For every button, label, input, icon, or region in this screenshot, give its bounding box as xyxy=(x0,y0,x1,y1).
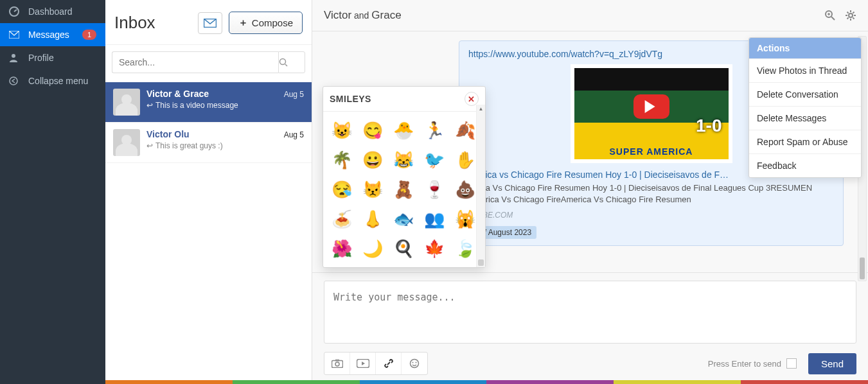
attach-link-button[interactable] xyxy=(376,353,402,374)
collapse-icon xyxy=(9,76,21,85)
smiley-cell[interactable]: 😋 xyxy=(360,118,385,143)
smiley-cell[interactable]: 👥 xyxy=(422,207,447,231)
video-banner: SUPER AMERICA xyxy=(574,144,729,159)
svg-rect-8 xyxy=(332,361,342,368)
svg-point-14 xyxy=(416,362,417,363)
envelope-icon xyxy=(9,31,21,39)
smiley-cell[interactable]: 😀 xyxy=(360,148,385,172)
svg-rect-10 xyxy=(335,360,339,362)
composer: Press Enter to send Send xyxy=(312,272,868,384)
sidebar-item-profile[interactable]: Profile xyxy=(0,46,105,69)
smileys-title: SMILEYS xyxy=(330,94,371,104)
smiley-cell[interactable]: 🙀 xyxy=(453,207,477,231)
inbox-header: Inbox ＋ Compose xyxy=(105,0,312,45)
smiley-cell[interactable]: 🍷 xyxy=(422,177,447,202)
smiley-cell[interactable]: 😾 xyxy=(360,177,385,202)
svg-point-9 xyxy=(335,362,339,366)
smiley-cell[interactable]: 🌴 xyxy=(330,148,354,172)
smiley-cell[interactable]: 🌺 xyxy=(330,236,354,261)
smiley-cell[interactable]: 🍃 xyxy=(453,236,477,261)
message-input[interactable] xyxy=(324,281,856,344)
compose-button[interactable]: ＋ Compose xyxy=(229,12,303,34)
conversation-date: Aug 5 xyxy=(284,90,304,99)
sidebar-item-collapse[interactable]: Collapse menu xyxy=(0,69,105,92)
actions-menu: Actions View Photos in Thread Delete Con… xyxy=(748,37,862,178)
smileys-close-button[interactable]: ✕ xyxy=(465,92,479,106)
conversation-item[interactable]: Victor & Grace Aug 5 ↩This is a video me… xyxy=(105,82,312,123)
video-source: JTUBE.COM xyxy=(468,211,834,220)
smiley-cell[interactable]: 💩 xyxy=(453,177,477,202)
close-icon: ✕ xyxy=(468,94,475,104)
attach-toolbar xyxy=(324,352,428,375)
action-delete-messages[interactable]: Delete Messages xyxy=(749,106,861,130)
user-icon xyxy=(9,53,21,62)
avatar xyxy=(113,89,140,116)
svg-point-5 xyxy=(280,59,286,65)
press-enter-checkbox[interactable] xyxy=(786,358,797,369)
reply-icon: ↩ xyxy=(146,141,153,150)
action-view-photos[interactable]: View Photos in Thread xyxy=(749,58,861,82)
thread-title: Victor and Grace xyxy=(324,9,402,22)
action-report-spam[interactable]: Report Spam or Abuse xyxy=(749,130,861,153)
svg-point-13 xyxy=(412,362,414,363)
smileys-panel: SMILEYS ✕ 😺😋🐣🏃🍂🌴😀😹🐦✋😪😾🧸🍷💩🍝👃🐟👥🙀🌺🌙🍳🍁🍃 xyxy=(323,86,486,268)
smiley-cell[interactable]: 🏃 xyxy=(422,118,447,143)
conversation-name: Victor & Grace xyxy=(146,89,209,99)
play-icon xyxy=(633,94,669,119)
smiley-cell[interactable]: 🍳 xyxy=(391,236,416,261)
search-input[interactable] xyxy=(112,51,278,73)
smiley-cell[interactable]: 🌙 xyxy=(360,236,385,261)
inbox-panel: Inbox ＋ Compose Victor & Grace Aug 5 ↩ xyxy=(105,0,312,384)
preview-text: This is a video message xyxy=(155,101,238,110)
envelope-outline-icon xyxy=(204,19,217,28)
participant-a: Victor xyxy=(324,9,351,21)
smiley-cell[interactable]: 😺 xyxy=(330,118,354,143)
press-enter-toggle[interactable]: Press Enter to send xyxy=(708,358,797,369)
search-button[interactable] xyxy=(278,51,305,73)
smiley-cell[interactable]: 🐦 xyxy=(422,148,447,172)
smiley-cell[interactable]: 🍁 xyxy=(422,236,447,261)
send-button[interactable]: Send xyxy=(808,353,856,374)
gear-icon[interactable] xyxy=(845,10,856,21)
smiley-cell[interactable]: 🍝 xyxy=(330,207,354,231)
compose-label: Compose xyxy=(252,17,293,28)
preview-text: This is great guys :) xyxy=(155,141,223,150)
conversation-body: Victor & Grace Aug 5 ↩This is a video me… xyxy=(146,89,304,116)
conversation-preview: ↩This is great guys :) xyxy=(146,141,304,150)
inbox-mail-button[interactable] xyxy=(198,12,222,34)
smiley-cell[interactable]: 😹 xyxy=(391,148,416,172)
link-icon xyxy=(384,358,394,369)
attach-video-button[interactable] xyxy=(350,353,376,374)
sidebar-item-dashboard[interactable]: Dashboard xyxy=(0,0,105,23)
smiley-cell[interactable]: 🧸 xyxy=(391,177,416,202)
plus-icon: ＋ xyxy=(238,17,248,29)
video-thumbnail[interactable]: SUPER AMERICA xyxy=(571,64,732,163)
zoom-icon[interactable] xyxy=(824,10,836,21)
sidebar-label: Messages xyxy=(28,30,69,40)
smiley-cell[interactable]: 🍂 xyxy=(453,118,477,143)
attach-photo-button[interactable] xyxy=(324,353,350,374)
attach-emoji-button[interactable] xyxy=(402,353,427,374)
sidebar-item-messages[interactable]: Messages 1 xyxy=(0,23,105,46)
smiley-icon xyxy=(409,358,420,369)
smiley-cell[interactable]: 🐣 xyxy=(391,118,416,143)
smiley-cell[interactable]: 😪 xyxy=(330,177,354,202)
sidebar: Dashboard Messages 1 Profile Collapse me… xyxy=(0,0,105,384)
smiley-cell[interactable]: 🐟 xyxy=(391,207,416,231)
reply-icon: ↩ xyxy=(146,101,153,110)
action-delete-conversation[interactable]: Delete Conversation xyxy=(749,82,861,106)
thread-header: Victor and Grace xyxy=(312,0,868,31)
conversation-item[interactable]: Victor Olu Aug 5 ↩This is great guys :) xyxy=(105,123,312,163)
smileys-scrollbar[interactable] xyxy=(476,105,485,267)
sidebar-label: Dashboard xyxy=(28,6,73,17)
svg-point-7 xyxy=(849,13,853,17)
svg-point-3 xyxy=(10,77,17,85)
smiley-cell[interactable]: ✋ xyxy=(453,148,477,172)
inbox-search-row xyxy=(105,45,312,82)
participant-b: Grace xyxy=(371,9,401,21)
action-feedback[interactable]: Feedback xyxy=(749,153,861,177)
smileys-grid: 😺😋🐣🏃🍂🌴😀😹🐦✋😪😾🧸🍷💩🍝👃🐟👥🙀🌺🌙🍳🍁🍃 xyxy=(323,112,485,267)
video-description: …rica Vs Chicago Fire Resumen Hoy 1-0 | … xyxy=(468,182,834,205)
smiley-cell[interactable]: 👃 xyxy=(360,207,385,231)
smileys-header: SMILEYS ✕ xyxy=(323,87,485,112)
